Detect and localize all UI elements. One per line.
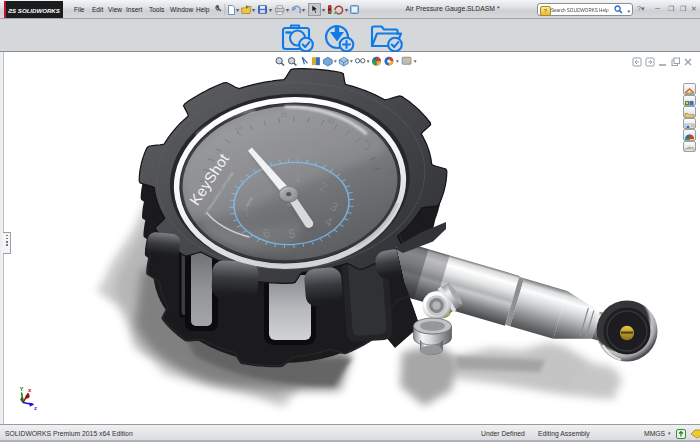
svg-text:▾: ▾	[236, 7, 239, 13]
svg-text:▾: ▾	[396, 58, 399, 64]
svg-text:▾: ▾	[350, 58, 353, 64]
svg-text:Y: Y	[20, 386, 24, 392]
svg-text:▾: ▾	[367, 58, 370, 64]
svg-text:▾: ▾	[322, 7, 325, 13]
svg-text:▾: ▾	[286, 7, 289, 13]
svg-text:▾: ▾	[302, 7, 305, 13]
svg-text:▾: ▾	[269, 7, 272, 13]
svg-text:▾: ▾	[414, 58, 417, 64]
svg-text:▾: ▾	[252, 7, 255, 13]
svg-text:x: x	[28, 387, 32, 393]
svg-text:z: z	[34, 405, 37, 411]
svg-text:▾: ▾	[345, 7, 348, 13]
svg-text:▾: ▾	[334, 58, 337, 64]
